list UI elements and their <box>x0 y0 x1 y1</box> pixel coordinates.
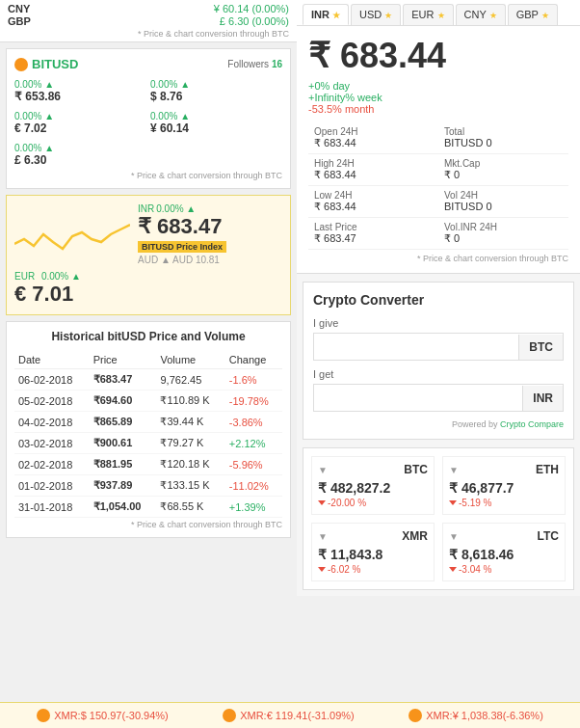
bitusd-title-text: BITUSD <box>32 57 78 71</box>
tab-eur[interactable]: EUR ★ <box>403 4 453 25</box>
historical-widget: Historical bitUSD Price and Volume Date … <box>6 321 291 538</box>
change-month: -53.5% month <box>308 103 374 115</box>
stat-cell: TotalBITUSD 0 <box>438 122 568 154</box>
date-cell: 02-02-2018 <box>14 454 90 475</box>
change-cell: -11.02% <box>225 475 282 497</box>
tab-gbp[interactable]: GBP ★ <box>508 4 558 25</box>
bitusd-cny: 0.00% ▲ ¥ 60.14 <box>150 109 282 137</box>
bitusd-usd: 0.00% ▲ $ 8.76 <box>150 77 282 105</box>
main-price-widget: ₹ 683.44 +0% day +Infinity% week -53.5% … <box>297 26 580 274</box>
bitusd-gbp: 0.00% ▲ £ 6.30 <box>14 141 146 169</box>
price-changes: +0% day +Infinity% week -53.5% month <box>308 80 568 115</box>
i-give-input[interactable] <box>314 334 518 360</box>
table-row: 06-02-2018 ₹683.47 9,762.45 -1.6% <box>14 369 282 391</box>
chart-index-badge: BITUSD Price Index <box>138 241 226 253</box>
chart-inr-label: INR 0.00% ▲ <box>138 203 282 214</box>
crypto-prices-widget: ▼ BTC ₹ 482,827.2 -20.00 % ▼ ETH ₹ 46,87… <box>303 447 574 590</box>
xmr-icon-1 <box>223 709 236 722</box>
hist-note: * Price & chart conversion through BTC <box>14 520 282 529</box>
col-date: Date <box>14 351 90 369</box>
chart-info: INR 0.00% ▲ ₹ 683.47 BITUSD Price Index … <box>138 203 282 265</box>
i-get-input[interactable] <box>314 385 522 411</box>
price-cell: ₹937.89 <box>90 475 157 497</box>
date-cell: 01-02-2018 <box>14 475 90 497</box>
crypto-change: -5.19 % <box>449 498 559 508</box>
price-cell: ₹1,054.00 <box>90 497 157 518</box>
i-give-label: I give <box>313 317 564 329</box>
stats-grid: Open 24H₹ 683.44TotalBITUSD 0High 24H₹ 6… <box>308 122 568 250</box>
xmr-icon-0 <box>37 709 50 722</box>
ticker-text-2: XMR:¥ 1,038.38(-6.36%) <box>426 710 543 721</box>
crypto-card[interactable]: ▼ XMR ₹ 11,843.8 -6.02 % <box>311 523 435 581</box>
right-column: INR ★ USD ★ EUR ★ CNY ★ GBP ★ ₹ 683.44 +… <box>297 0 580 596</box>
volume-cell: ₹68.55 K <box>156 497 224 518</box>
crypto-card[interactable]: ▼ BTC ₹ 482,827.2 -20.00 % <box>311 456 435 515</box>
chevron-down-icon: ▼ <box>318 531 328 542</box>
chart-aud-label: AUD ▲ AUD 10.81 <box>138 255 282 265</box>
chevron-down-icon: ▼ <box>318 465 328 475</box>
col-change: Change <box>225 351 282 369</box>
volume-cell: ₹39.44 K <box>156 412 224 433</box>
crypto-price: ₹ 8,618.46 <box>449 547 559 562</box>
ticker-text-0: XMR:$ 150.97(-30.94%) <box>54 710 169 721</box>
arrow-down-icon <box>318 567 326 572</box>
ticker-bar-top: CNY ¥ 60.14 (0.00%) GBP £ 6.30 (0.00%) *… <box>0 0 297 42</box>
bitusd-note: * Price & chart conversion through BTC <box>14 171 282 180</box>
crypto-compare-link[interactable]: Crypto Compare <box>500 419 564 429</box>
table-row: 04-02-2018 ₹865.89 ₹39.44 K -3.86% <box>14 412 282 433</box>
converter-widget: Crypto Converter I give BTC I get INR Po… <box>303 282 574 440</box>
stat-cell: Open 24H₹ 683.44 <box>308 122 438 154</box>
tab-cny[interactable]: CNY ★ <box>456 4 506 25</box>
ticker-item-0: XMR:$ 150.97(-30.94%) <box>37 709 169 722</box>
crypto-name: ETH <box>536 463 559 476</box>
crypto-card[interactable]: ▼ ETH ₹ 46,877.7 -5.19 % <box>442 456 566 515</box>
chevron-down-icon: ▼ <box>449 531 459 542</box>
i-give-currency: BTC <box>518 335 563 360</box>
cny-value: ¥ 60.14 (0.00%) <box>214 3 289 14</box>
change-cell: +1.39% <box>225 497 282 518</box>
ticker-item-1: XMR:€ 119.41(-31.09%) <box>223 709 355 722</box>
price-cell: ₹881.95 <box>90 454 157 475</box>
table-row: 05-02-2018 ₹694.60 ₹110.89 K -19.78% <box>14 391 282 412</box>
table-row: 02-02-2018 ₹881.95 ₹120.18 K -5.96% <box>14 454 282 475</box>
hist-title: Historical bitUSD Price and Volume <box>14 330 282 343</box>
bitusd-inr: 0.00% ▲ ₹ 653.86 <box>14 77 146 105</box>
currency-tabs: INR ★ USD ★ EUR ★ CNY ★ GBP ★ <box>297 0 580 26</box>
arrow-down-icon <box>449 567 457 572</box>
followers-badge: Followers 16 <box>227 59 282 69</box>
left-column: CNY ¥ 60.14 (0.00%) GBP £ 6.30 (0.00%) *… <box>0 0 297 596</box>
crypto-name: LTC <box>538 529 559 543</box>
bitusd-eur: 0.00% ▲ € 7.02 <box>14 109 146 137</box>
crypto-price: ₹ 482,827.2 <box>318 480 428 496</box>
main-container: CNY ¥ 60.14 (0.00%) GBP £ 6.30 (0.00%) *… <box>0 0 580 596</box>
converter-powered: Powered by Crypto Compare <box>313 419 564 429</box>
i-get-input-row[interactable]: INR <box>313 384 564 412</box>
i-give-input-row[interactable]: BTC <box>313 333 564 361</box>
stat-cell: High 24H₹ 683.44 <box>308 154 438 186</box>
volume-cell: ₹133.15 K <box>156 475 224 497</box>
crypto-grid: ▼ BTC ₹ 482,827.2 -20.00 % ▼ ETH ₹ 46,87… <box>311 456 566 581</box>
volume-cell: ₹79.27 K <box>156 433 224 454</box>
stat-cell: Low 24H₹ 683.44 <box>308 186 438 218</box>
xmr-icon-2 <box>409 709 422 722</box>
gbp-value: £ 6.30 (0.00%) <box>220 15 289 27</box>
date-cell: 31-01-2018 <box>14 497 90 518</box>
arrow-down-icon <box>318 500 326 505</box>
ticker-note: * Price & chart conversion through BTC <box>8 29 289 39</box>
change-cell: +2.12% <box>225 433 282 454</box>
change-cell: -3.86% <box>225 412 282 433</box>
tab-usd[interactable]: USD ★ <box>351 4 401 25</box>
crypto-change: -3.04 % <box>449 564 559 575</box>
stat-cell: Last Price₹ 683.47 <box>308 218 438 250</box>
volume-cell: 9,762.45 <box>156 369 224 391</box>
crypto-card[interactable]: ▼ LTC ₹ 8,618.46 -3.04 % <box>442 523 566 581</box>
converter-title: Crypto Converter <box>313 292 564 308</box>
table-row: 31-01-2018 ₹1,054.00 ₹68.55 K +1.39% <box>14 497 282 518</box>
stat-cell: Mkt.Cap₹ 0 <box>438 154 568 186</box>
stat-cell: Vol.INR 24H₹ 0 <box>438 218 568 250</box>
change-cell: -1.6% <box>225 369 282 391</box>
price-note-right: * Price & chart conversion through BTC <box>308 254 568 263</box>
tab-inr[interactable]: INR ★ <box>303 4 349 25</box>
chart-widget: INR 0.00% ▲ ₹ 683.47 BITUSD Price Index … <box>6 195 291 315</box>
date-cell: 06-02-2018 <box>14 369 90 391</box>
